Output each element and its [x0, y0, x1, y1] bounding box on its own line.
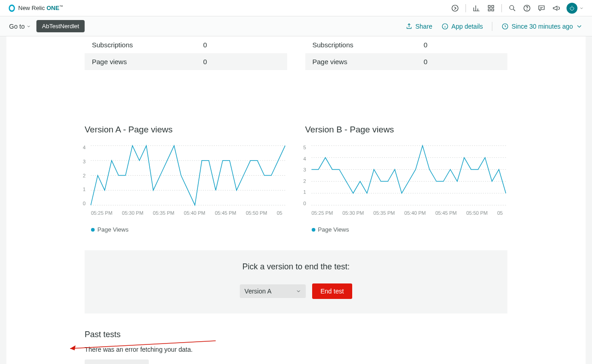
header-actions: [451, 3, 584, 14]
chart-version-a: Version A - Page views 43210 05:25 PM05:…: [85, 125, 287, 233]
separator: [492, 22, 492, 31]
table-row: Subscriptions0: [305, 36, 508, 53]
separator: [466, 4, 466, 12]
logo-mark-icon: [9, 5, 15, 12]
svg-point-0: [452, 5, 458, 11]
chart-title: Version B - Page views: [305, 125, 508, 135]
separator: [501, 4, 502, 12]
x-axis: 05:25 PM05:30 PM05:35 PM05:40 PM05:45 PM…: [305, 207, 508, 216]
chart-icon[interactable]: [472, 4, 481, 12]
legend-dot-icon: [91, 228, 95, 232]
update-api-token-button[interactable]: Update API token: [85, 359, 149, 364]
table-row: Subscriptions0: [85, 36, 287, 53]
end-test-button[interactable]: End test: [312, 283, 352, 299]
chevron-down-icon: [579, 6, 584, 10]
error-message: There was an error fetching your data.: [85, 346, 507, 353]
chart-legend: Page Views: [305, 220, 508, 233]
svg-rect-4: [492, 9, 494, 11]
svg-point-7: [527, 10, 527, 10]
global-header: New Relic ONE™: [0, 0, 592, 16]
svg-rect-2: [492, 5, 494, 8]
goto-dropdown[interactable]: Go to: [9, 23, 31, 30]
feedback-icon[interactable]: [537, 4, 546, 12]
brand-logo[interactable]: New Relic ONE™: [8, 5, 63, 12]
brand-text: New Relic ONE™: [18, 5, 63, 11]
end-test-panel: Pick a version to end the test: Version …: [85, 250, 507, 313]
past-tests-section: Past tests There was an error fetching y…: [6, 313, 586, 364]
table-row: Page views0: [85, 53, 287, 70]
nerdlet-badge: AbTestNerdlet: [36, 20, 85, 32]
sub-toolbar: Go to AbTestNerdlet Share App details Si…: [0, 16, 592, 36]
summary-table-a: Subscriptions0 Page views0: [85, 36, 287, 70]
announce-icon[interactable]: [552, 4, 560, 12]
launch-icon[interactable]: [451, 4, 459, 12]
share-button[interactable]: Share: [405, 23, 432, 30]
x-axis: 05:25 PM05:30 PM05:35 PM05:40 PM05:45 PM…: [85, 207, 287, 216]
svg-rect-1: [488, 5, 491, 8]
chart-version-b: Version B - Page views 543210 05:25 PM05…: [305, 125, 508, 233]
svg-point-5: [510, 5, 514, 10]
version-select[interactable]: Version A: [240, 284, 306, 298]
chart-title: Version A - Page views: [85, 125, 287, 135]
apps-grid-icon[interactable]: [487, 4, 495, 12]
summary-tables-row: Subscriptions0 Page views0 Subscriptions…: [6, 36, 586, 70]
help-icon[interactable]: [523, 4, 531, 12]
summary-table-b: Subscriptions0 Page views0: [305, 36, 508, 70]
app-details-button[interactable]: App details: [441, 23, 483, 30]
table-row: Page views0: [305, 53, 508, 70]
search-icon[interactable]: [508, 4, 516, 12]
chart-legend: Page Views: [85, 220, 287, 233]
chart-canvas[interactable]: [305, 145, 508, 206]
svg-marker-22: [70, 345, 76, 350]
chevron-down-icon: [296, 288, 301, 294]
svg-rect-3: [488, 9, 491, 11]
avatar-icon: [567, 3, 577, 14]
past-tests-heading: Past tests: [85, 330, 507, 339]
chart-canvas[interactable]: [85, 145, 287, 206]
time-picker[interactable]: Since 30 minutes ago: [501, 23, 583, 30]
y-axis: 543210: [304, 145, 306, 206]
user-menu[interactable]: [567, 3, 584, 14]
charts-row: Version A - Page views 43210 05:25 PM05:…: [6, 70, 586, 233]
legend-dot-icon: [312, 228, 315, 232]
end-test-heading: Pick a version to end the test:: [85, 262, 507, 272]
y-axis: 43210: [83, 145, 86, 206]
